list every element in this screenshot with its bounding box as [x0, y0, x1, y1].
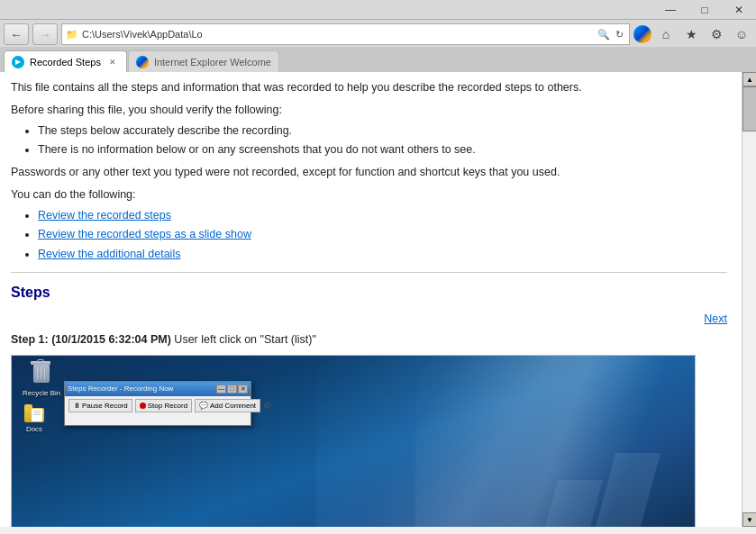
review-steps-link[interactable]: Review the recorded steps: [38, 209, 171, 222]
link-item-details: Review the additional details: [38, 246, 727, 263]
details-link[interactable]: Review the additional details: [38, 248, 180, 260]
tab-recording-icon: ▶: [12, 56, 24, 68]
tab-recorded-steps[interactable]: ▶ Recorded Steps ✕: [4, 50, 127, 72]
scroll-thumb[interactable]: [742, 86, 756, 131]
folder-icon: 📁: [66, 29, 78, 41]
link-item-review-steps: Review the recorded steps: [38, 207, 727, 224]
docs-icon: Docs: [23, 403, 46, 435]
back-button[interactable]: ←: [4, 23, 29, 45]
section-divider: [11, 272, 727, 273]
stop-record-button[interactable]: Stop Record: [135, 399, 192, 412]
windows-logo-lines: [542, 444, 650, 527]
step-navigation: Next: [11, 311, 727, 328]
step-1-number: Step 1: (10/1/2015 6:32:04 PM): [11, 333, 171, 346]
can-do-heading: You can do the following:: [11, 186, 727, 204]
favorites-button[interactable]: ★: [680, 24, 702, 44]
recycle-bin-icon: Recycle Bin: [23, 361, 60, 399]
screenshot-container: Recycle Bin: [11, 355, 696, 527]
ie-welcome-tab-icon: [136, 56, 149, 68]
verify-item-1: The steps below accurately describe the …: [38, 122, 727, 140]
settings-button[interactable]: ⚙: [706, 24, 727, 44]
dialog-controls: — □ ✕: [216, 385, 248, 394]
passwords-note: Passwords or any other text you typed we…: [11, 164, 727, 181]
tab-recorded-steps-label: Recorded Steps: [30, 57, 101, 68]
window-controls: — □ ✕: [653, 0, 756, 20]
steps-heading: Steps: [11, 282, 727, 303]
tab-bar: ▶ Recorded Steps ✕ Internet Explorer Wel…: [0, 47, 756, 72]
add-comment-button[interactable]: 💬 Add Comment: [195, 399, 260, 412]
dialog-maximize: □: [227, 385, 237, 394]
links-list: Review the recorded steps Review the rec…: [38, 207, 727, 263]
tab-close-button[interactable]: ✕: [106, 56, 119, 68]
home-button[interactable]: ⌂: [655, 24, 677, 44]
steps-recorder-dialog: Steps Recorder - Recording Now — □ ✕ ⏸ P…: [64, 381, 251, 426]
user-button[interactable]: ☺: [731, 24, 752, 44]
intro-text: This file contains all the steps and inf…: [11, 79, 727, 96]
verify-item-2: There is no information below or on any …: [38, 141, 727, 158]
tab-ie-welcome[interactable]: Internet Explorer Welcome: [128, 50, 279, 72]
desktop-background: Recycle Bin: [12, 356, 695, 527]
dialog-close: ✕: [238, 385, 248, 394]
browser-content: This file contains all the steps and inf…: [0, 72, 742, 527]
minimize-button[interactable]: —: [653, 0, 688, 20]
address-input[interactable]: [82, 29, 594, 40]
verify-bullet-list: The steps below accurately describe the …: [38, 122, 727, 159]
step-1-label: Step 1: (10/1/2015 6:32:04 PM) User left…: [11, 331, 727, 348]
link-item-slideshow: Review the recorded steps as a slide sho…: [38, 226, 727, 243]
ie-logo: [633, 25, 651, 43]
dialog-minimize: —: [216, 385, 226, 394]
next-link[interactable]: Next: [704, 311, 727, 328]
vertical-scrollbar: ▲ ▼: [742, 72, 756, 527]
dialog-title-text: Steps Recorder - Recording Now: [68, 384, 173, 394]
dialog-settings-icon: ⚙: [263, 399, 271, 412]
address-bar: 📁 🔍 ↻: [61, 23, 630, 45]
docs-label: Docs: [26, 424, 42, 435]
forward-button[interactable]: →: [32, 23, 58, 45]
step-1-action: User left click on "Start (list)": [174, 333, 316, 346]
refresh-button[interactable]: ↻: [614, 29, 625, 41]
scroll-up-arrow[interactable]: ▲: [742, 72, 756, 86]
close-button[interactable]: ✕: [722, 0, 756, 20]
search-icon: 🔍: [597, 29, 610, 41]
scroll-down-arrow[interactable]: ▼: [742, 512, 756, 527]
slideshow-link[interactable]: Review the recorded steps as a slide sho…: [38, 228, 251, 240]
pause-record-button[interactable]: ⏸ Pause Record: [68, 399, 132, 412]
tab-ie-welcome-label: Internet Explorer Welcome: [154, 57, 271, 68]
verify-heading: Before sharing this file, you should ver…: [11, 102, 727, 119]
maximize-button[interactable]: □: [688, 0, 722, 20]
dialog-body: ⏸ Pause Record Stop Record 💬 Add Comment…: [65, 396, 250, 415]
dialog-title-bar: Steps Recorder - Recording Now — □ ✕: [65, 382, 250, 396]
recycle-bin-label: Recycle Bin: [23, 388, 60, 399]
